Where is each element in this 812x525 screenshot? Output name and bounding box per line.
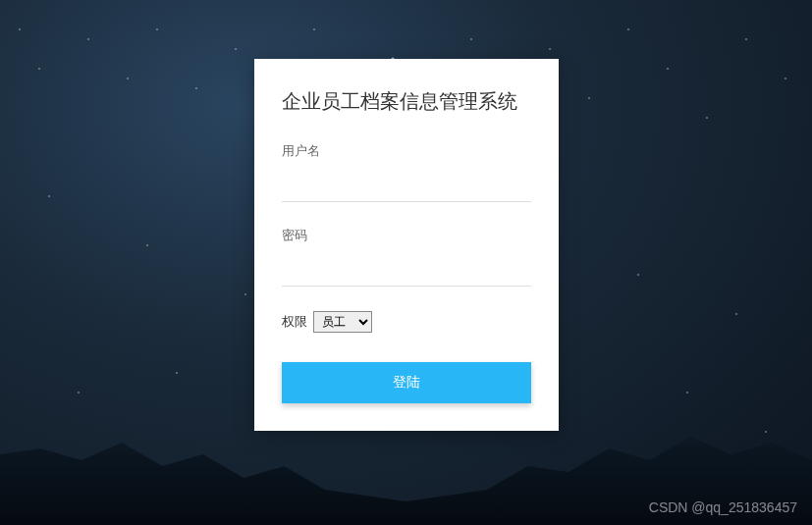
username-input[interactable] bbox=[282, 170, 531, 202]
password-input[interactable] bbox=[282, 254, 531, 287]
login-title: 企业员工档案信息管理系统 bbox=[282, 88, 531, 115]
login-button[interactable]: 登陆 bbox=[282, 362, 531, 403]
username-group: 用户名 bbox=[282, 142, 531, 202]
password-label: 密码 bbox=[282, 227, 531, 244]
password-group: 密码 bbox=[282, 227, 531, 287]
username-label: 用户名 bbox=[282, 142, 531, 160]
login-card: 企业员工档案信息管理系统 用户名 密码 权限 员工 登陆 bbox=[254, 59, 559, 431]
role-label: 权限 bbox=[282, 313, 307, 331]
role-select[interactable]: 员工 bbox=[313, 311, 372, 333]
role-group: 权限 员工 bbox=[282, 311, 531, 333]
watermark: CSDN @qq_251836457 bbox=[649, 499, 797, 515]
